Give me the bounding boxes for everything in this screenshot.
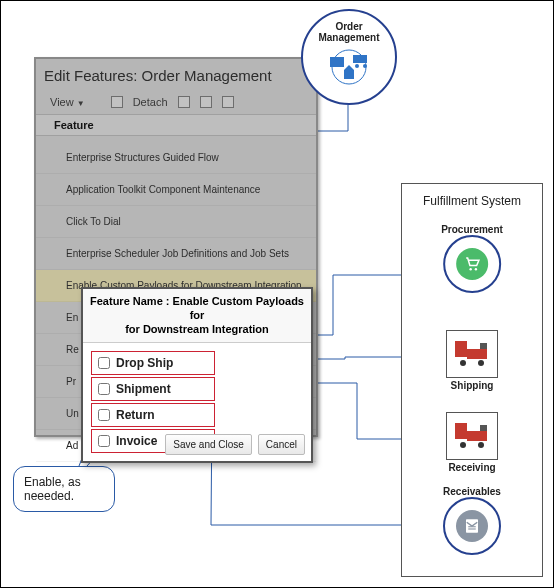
feature-payload-dialog: Feature Name : Enable Custom Payloads fo…: [81, 287, 313, 463]
cancel-button[interactable]: Cancel: [258, 434, 305, 455]
invoice-icon: [463, 517, 481, 535]
node-receivables: Receivables: [443, 486, 501, 557]
svg-marker-6: [344, 65, 354, 70]
order-management-badge: Order Management: [301, 9, 397, 105]
option-drop-ship[interactable]: Drop Ship: [91, 351, 215, 375]
node-procurement: Procurement: [441, 224, 503, 295]
toolbar-icon-3[interactable]: [222, 96, 234, 108]
svg-rect-16: [480, 425, 487, 431]
checkbox-shipment[interactable]: [98, 383, 110, 395]
fulfillment-system-box: Fulfillment System Procurement: [401, 183, 543, 577]
detach-label[interactable]: Detach: [133, 96, 168, 108]
om-line2: Management: [318, 32, 379, 43]
cart-icon: [463, 255, 481, 273]
toolbar-icon-1[interactable]: [178, 96, 190, 108]
svg-point-18: [478, 442, 484, 448]
feature-row[interactable]: Click To Dial: [36, 206, 316, 238]
feature-row[interactable]: Enterprise Scheduler Job Definitions and…: [36, 238, 316, 270]
checkbox-return[interactable]: [98, 409, 110, 421]
feature-row[interactable]: Application Toolkit Component Maintenanc…: [36, 174, 316, 206]
svg-point-8: [475, 268, 477, 270]
panel-toolbar: View ▼ Detach: [36, 94, 316, 114]
svg-rect-5: [344, 70, 354, 79]
node-shipping: Shipping: [446, 330, 498, 391]
fulfillment-title: Fulfillment System: [402, 184, 542, 214]
svg-rect-11: [480, 343, 487, 349]
column-header: Feature: [36, 114, 316, 136]
checkbox-drop-ship[interactable]: [98, 357, 110, 369]
node-receiving: Receiving: [446, 412, 498, 473]
svg-point-13: [478, 360, 484, 366]
svg-point-7: [469, 268, 471, 270]
svg-point-17: [460, 442, 466, 448]
option-shipment[interactable]: Shipment: [91, 377, 215, 401]
order-management-icon: [321, 47, 377, 87]
svg-point-4: [363, 64, 367, 68]
view-menu[interactable]: View ▼: [50, 96, 85, 108]
option-return[interactable]: Return: [91, 403, 215, 427]
checkbox-invoice[interactable]: [98, 435, 110, 447]
svg-rect-9: [455, 341, 467, 357]
dialog-title: Feature Name : Enable Custom Payloads fo…: [83, 289, 311, 343]
toolbar-icon-2[interactable]: [200, 96, 212, 108]
svg-rect-15: [467, 431, 487, 441]
svg-point-3: [355, 64, 359, 68]
svg-rect-10: [467, 349, 487, 359]
feature-row[interactable]: Enterprise Structures Guided Flow: [36, 142, 316, 174]
panel-title: Edit Features: Order Management: [36, 59, 316, 94]
om-line1: Order: [335, 21, 362, 32]
shipping-truck-icon: [451, 337, 493, 371]
save-and-close-button[interactable]: Save and Close: [165, 434, 252, 455]
svg-rect-2: [353, 55, 367, 63]
svg-point-12: [460, 360, 466, 366]
enable-callout: Enable, as neeeded.: [13, 466, 115, 512]
receiving-truck-icon: [451, 419, 493, 453]
svg-rect-14: [455, 423, 467, 439]
svg-rect-1: [330, 57, 344, 67]
detach-icon[interactable]: [111, 96, 123, 108]
